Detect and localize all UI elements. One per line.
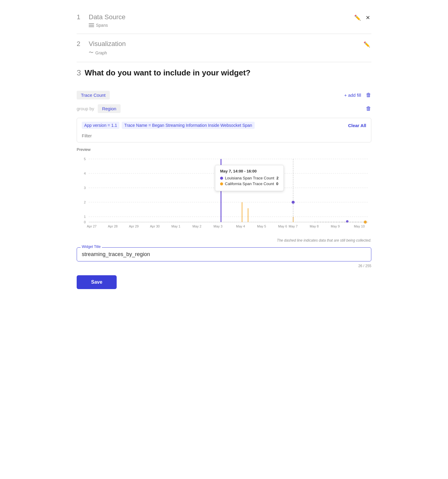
graph-icon: 〜: [89, 50, 94, 56]
section1-left: 1 Data Source Spans: [77, 13, 125, 28]
svg-text:May 3: May 3: [213, 224, 222, 228]
section2-subtitle-text: Graph: [95, 50, 107, 55]
widget-title-input[interactable]: [82, 249, 366, 258]
section2-number: 2: [77, 40, 84, 48]
svg-text:May 10: May 10: [354, 224, 365, 228]
svg-text:May 8: May 8: [310, 224, 319, 228]
section3-title-row: 3 What do you want to include in your wi…: [77, 68, 371, 84]
section1-close-button[interactable]: ✕: [364, 13, 371, 22]
svg-text:May 1: May 1: [171, 224, 180, 228]
section1-edit-button[interactable]: ✏️: [353, 13, 362, 22]
widget-content-section: 3 What do you want to include in your wi…: [77, 62, 371, 295]
widget-title-wrapper: Widget Title: [77, 247, 371, 261]
section2-actions: ✏️: [362, 40, 371, 49]
clear-all-button[interactable]: Clear All: [348, 123, 366, 128]
section2-left: 2 Visualization 〜 Graph: [77, 40, 126, 56]
section3-number: 3: [77, 68, 81, 78]
section1-header: 1 Data Source Spans ✏️ ✕: [77, 13, 371, 28]
section2-title: Visualization: [89, 40, 126, 48]
group-by-actions: 🗑: [366, 105, 371, 112]
section1-title: Data Source: [89, 13, 125, 21]
svg-text:2: 2: [84, 200, 86, 204]
section1-actions: ✏️ ✕: [353, 13, 371, 22]
chart-note: The dashed line indicates data that are …: [77, 238, 371, 243]
group-by-row: group by Region 🗑: [77, 104, 371, 113]
visualization-section: 2 Visualization 〜 Graph ✏️: [77, 34, 371, 62]
section2-header: 2 Visualization 〜 Graph ✏️: [77, 40, 371, 56]
svg-text:May 4: May 4: [236, 224, 245, 228]
section2-edit-button[interactable]: ✏️: [362, 40, 371, 49]
svg-text:5: 5: [84, 157, 86, 161]
svg-text:Apr 28: Apr 28: [108, 224, 118, 228]
svg-text:Apr 27: Apr 27: [87, 224, 97, 228]
svg-text:Apr 29: Apr 29: [129, 224, 139, 228]
svg-text:4: 4: [84, 172, 86, 175]
trace-count-delete-button[interactable]: 🗑: [366, 92, 371, 98]
section1-subtitle-text: Spans: [96, 23, 108, 28]
filter-input[interactable]: [82, 133, 366, 138]
section1-content: Data Source Spans: [89, 13, 125, 28]
section3-title: What do you want to include in your widg…: [84, 68, 250, 78]
chart-svg: 5 4 3 2 1 0: [77, 153, 371, 237]
svg-point-15: [346, 220, 348, 223]
preview-chart: 5 4 3 2 1 0: [77, 153, 371, 237]
svg-text:Apr 30: Apr 30: [150, 224, 160, 228]
spans-icon: [89, 23, 94, 27]
char-count: 26 / 255: [77, 264, 371, 268]
data-source-section: 1 Data Source Spans ✏️ ✕: [77, 7, 371, 34]
trace-count-tag[interactable]: Trace Count: [77, 91, 110, 99]
section1-subtitle: Spans: [89, 23, 125, 28]
svg-text:0: 0: [84, 220, 86, 224]
group-by-label: group by: [77, 106, 94, 111]
trace-count-actions: + add fill 🗑: [344, 92, 371, 98]
section1-number: 1: [77, 13, 84, 21]
save-button[interactable]: Save: [77, 275, 117, 289]
svg-text:3: 3: [84, 186, 86, 190]
svg-text:May 2: May 2: [192, 224, 201, 228]
filter-tag-appversion[interactable]: App version = 1.1: [82, 122, 119, 129]
trace-count-row: Trace Count + add fill 🗑: [77, 91, 371, 99]
filter-tags: App version = 1.1 Trace Name = Began Str…: [82, 122, 366, 129]
svg-text:May 5: May 5: [257, 224, 266, 228]
widget-title-label: Widget Title: [81, 245, 102, 249]
group-by-value[interactable]: Region: [98, 104, 121, 113]
preview-label: Preview: [77, 147, 371, 152]
group-by-delete-button[interactable]: 🗑: [366, 105, 371, 112]
filter-tag-tracename[interactable]: Trace Name = Began Streaming Information…: [122, 122, 254, 129]
svg-text:May 6: May 6: [278, 224, 287, 228]
svg-text:1: 1: [84, 215, 86, 218]
svg-text:May 7: May 7: [289, 224, 298, 228]
add-fill-button[interactable]: + add fill: [344, 93, 361, 98]
section2-subtitle: 〜 Graph: [89, 50, 126, 56]
section2-content: Visualization 〜 Graph: [89, 40, 126, 56]
svg-text:May 9: May 9: [331, 224, 340, 228]
filter-box: App version = 1.1 Trace Name = Began Str…: [77, 118, 371, 142]
